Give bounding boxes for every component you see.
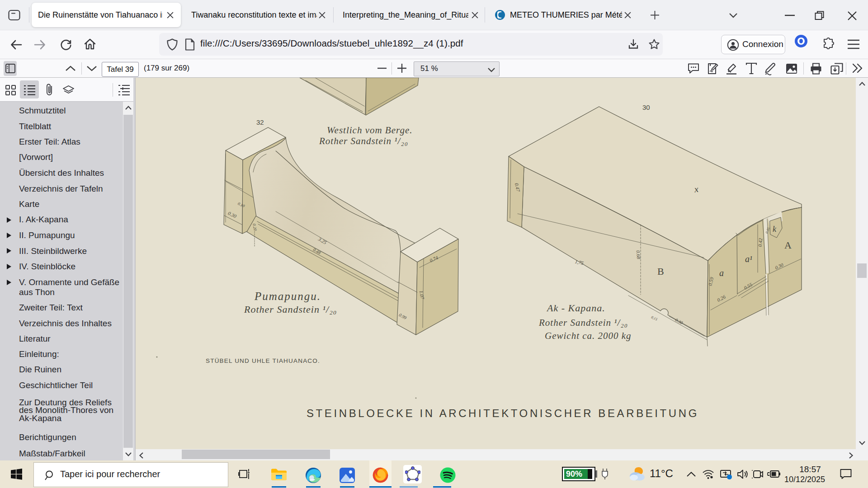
- svg-text:A: A: [784, 239, 792, 251]
- svg-text:Rother Sandstein ¹/₂₀: Rother Sandstein ¹/₂₀: [538, 317, 628, 328]
- svg-text:0.68: 0.68: [635, 250, 642, 259]
- svg-text:a: a: [719, 268, 724, 278]
- svg-text:Rother Sandstein ¹/₂₀: Rother Sandstein ¹/₂₀: [319, 136, 408, 146]
- svg-text:Gewicht ca. 2000 kg: Gewicht ca. 2000 kg: [545, 330, 632, 341]
- svg-text:STÜBEL UND UHLE TIAHUANACO.: STÜBEL UND UHLE TIAHUANACO.: [206, 357, 320, 364]
- svg-text:B: B: [657, 266, 664, 277]
- svg-text:Pumapungu.: Pumapungu.: [254, 290, 321, 302]
- svg-text:k: k: [773, 225, 777, 234]
- svg-text:0,15: 0,15: [651, 315, 658, 321]
- svg-text:0.42: 0.42: [757, 238, 763, 247]
- svg-text:30: 30: [642, 103, 650, 111]
- svg-text:Rother Sandstein ¹/₂₀: Rother Sandstein ¹/₂₀: [244, 304, 337, 315]
- svg-text:Westlich vom Berge.: Westlich vom Berge.: [327, 125, 412, 136]
- svg-text:a¹: a¹: [745, 254, 752, 264]
- svg-text:STEINBLOECKE IN ARCHITEKTONISC: STEINBLOECKE IN ARCHITEKTONISCHER BEARBE…: [307, 407, 699, 419]
- svg-text:32: 32: [256, 118, 264, 126]
- svg-text:Ak - Kapana.: Ak - Kapana.: [546, 302, 605, 314]
